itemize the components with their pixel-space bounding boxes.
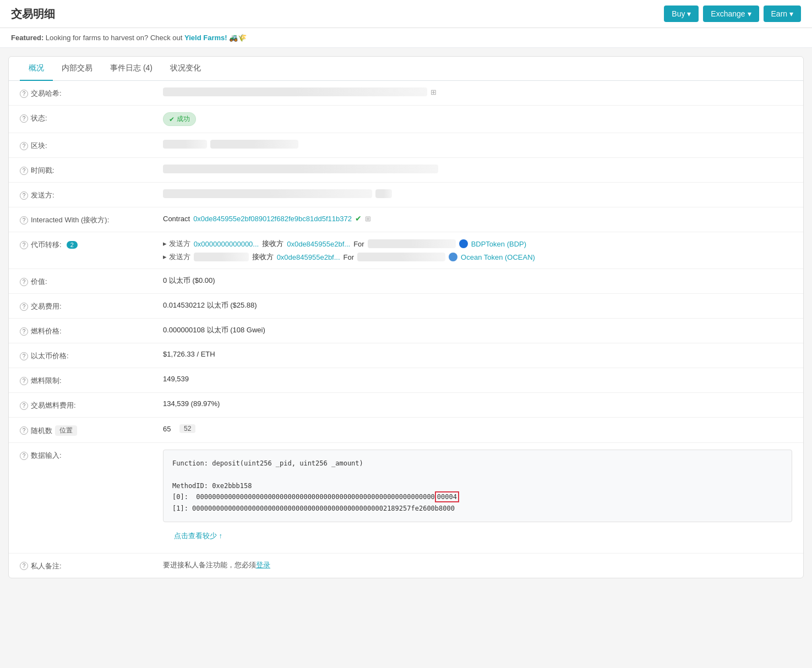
- input-data-row: ? 数据输入: Function: deposit(uint256 _pid, …: [9, 443, 803, 554]
- tx-hash-skeleton: [163, 87, 427, 96]
- exchange-button[interactable]: Exchange ▾: [703, 6, 759, 22]
- tab-event-log[interactable]: 事件日志 (4): [101, 57, 161, 81]
- transfer-row-2: ▸ 发送方 接收方 0x0de845955e2bf... For Ocean T…: [163, 252, 535, 262]
- help-icon[interactable]: ?: [20, 216, 28, 225]
- help-icon[interactable]: ?: [20, 191, 28, 200]
- bdp-token-link[interactable]: BDPToken (BDP): [471, 240, 526, 248]
- ocean-token-icon: [449, 253, 457, 261]
- eth-price-value: $1,726.33 / ETH: [163, 350, 792, 358]
- tx-fee-row: ? 交易费用: 0.014530212 以太币 ($25.88): [9, 294, 803, 319]
- tx-fee-value: 0.014530212 以太币 ($25.88): [163, 300, 792, 310]
- gas-limit-label: ? 燃料限制:: [20, 375, 163, 386]
- info-table: ? 交易哈希: ⊞ ? 状态: ✔ 成功 ?: [9, 81, 803, 578]
- sender-value: [163, 189, 792, 198]
- help-icon[interactable]: ?: [20, 303, 28, 311]
- copy-icon[interactable]: ⊞: [430, 88, 437, 96]
- private-note-row: ? 私人备注: 要进接私人备注功能，您必须登录: [9, 554, 803, 578]
- status-row: ? 状态: ✔ 成功: [9, 106, 803, 133]
- interacted-label: ? Interacted With (接收方):: [20, 214, 163, 225]
- help-icon[interactable]: ?: [20, 114, 28, 123]
- help-icon[interactable]: ?: [20, 278, 28, 286]
- block-skeleton-2: [210, 140, 298, 149]
- click-less-button[interactable]: 点击查看较少 ↑: [163, 525, 233, 546]
- tab-state-change[interactable]: 状况变化: [161, 57, 210, 81]
- help-icon[interactable]: ?: [20, 426, 28, 435]
- help-icon[interactable]: ?: [20, 241, 28, 249]
- token-transfer-label: ? 代币转移: 2: [20, 239, 163, 250]
- help-icon[interactable]: ?: [20, 327, 28, 336]
- gas-price-value: 0.000000108 以太币 (108 Gwei): [163, 325, 792, 335]
- yield-farms-link[interactable]: Yield Farms!: [184, 34, 227, 42]
- tx-fee-label: ? 交易费用:: [20, 300, 163, 311]
- featured-bar: Featured: Looking for farms to harvest o…: [0, 28, 812, 48]
- to-address-2[interactable]: 0x0de845955e2bf...: [277, 253, 340, 261]
- block-value: [163, 140, 792, 149]
- help-icon[interactable]: ?: [20, 377, 28, 385]
- login-link[interactable]: 登录: [256, 561, 270, 569]
- buy-button[interactable]: Buy ▾: [664, 6, 699, 22]
- value-row: ? 价值: 0 以太币 ($0.00): [9, 269, 803, 294]
- tab-overview[interactable]: 概况: [20, 57, 53, 81]
- check-icon: ✔: [169, 116, 175, 123]
- help-icon[interactable]: ?: [20, 452, 28, 460]
- help-icon[interactable]: ?: [20, 90, 28, 98]
- help-icon[interactable]: ?: [20, 562, 28, 570]
- private-note-text: 要进接私人备注功能，您必须登录: [163, 560, 270, 570]
- help-icon[interactable]: ?: [20, 402, 28, 410]
- tab-internal-tx[interactable]: 内部交易: [53, 57, 101, 81]
- help-icon[interactable]: ?: [20, 167, 28, 175]
- transfer-row-1: ▸ 发送方 0x0000000000000... 接收方 0x0de845955…: [163, 239, 535, 249]
- header-buttons: Buy ▾ Exchange ▾ Earn ▾: [664, 6, 801, 22]
- highlighted-value: 00004: [435, 491, 459, 502]
- value-label: ? 价值:: [20, 276, 163, 287]
- ocean-token-link[interactable]: Ocean Token (OCEAN): [461, 253, 535, 261]
- from-address-2-skeleton: [194, 253, 249, 261]
- from-address-1[interactable]: 0x0000000000000...: [194, 240, 259, 248]
- eth-price-label: ? 以太币价格:: [20, 350, 163, 361]
- eth-price-row: ? 以太币价格: $1,726.33 / ETH: [9, 343, 803, 368]
- token-transfer-block: ▸ 发送方 0x0000000000000... 接收方 0x0de845955…: [163, 239, 535, 262]
- page-title: 交易明细: [11, 7, 55, 21]
- to-address-1[interactable]: 0x0de845955e2bf...: [287, 240, 350, 248]
- arrow-2: ▸ 发送方: [163, 252, 190, 262]
- transfer-amount-2: [357, 253, 445, 261]
- timestamp-label: ? 时间戳:: [20, 165, 163, 176]
- earn-button[interactable]: Earn ▾: [764, 6, 801, 22]
- code-line-function: Function: deposit(uint256 _pid, uint256 …: [172, 458, 783, 469]
- nonce-label: ? 随机数 位置: [20, 424, 163, 436]
- code-line-1: [1]: 00000000000000000000000000000000000…: [172, 503, 783, 514]
- token-transfer-value: ▸ 发送方 0x0000000000000... 接收方 0x0de845955…: [163, 239, 792, 262]
- token-transfer-row: ? 代币转移: 2 ▸ 发送方 0x0000000000000... 接收方 0…: [9, 232, 803, 269]
- position-badge: 位置: [55, 425, 77, 436]
- page-header: 交易明细 Buy ▾ Exchange ▾ Earn ▾: [0, 0, 812, 28]
- contract-address-link[interactable]: 0x0de845955e2bf089012f682fe9bc81dd5f11b3…: [193, 215, 352, 223]
- gas-used-value: 134,539 (89.97%): [163, 399, 792, 408]
- sender-skeleton: [163, 189, 372, 198]
- sender-label: ? 发送方:: [20, 189, 163, 200]
- nonce-pos: 52: [179, 424, 195, 433]
- copy-contract-icon[interactable]: ⊞: [365, 215, 371, 223]
- tx-hash-value: ⊞: [163, 87, 792, 96]
- code-block: Function: deposit(uint256 _pid, uint256 …: [163, 450, 792, 522]
- private-note-value: 要进接私人备注功能，您必须登录: [163, 560, 792, 570]
- interacted-row: ? Interacted With (接收方): Contract 0x0de8…: [9, 207, 803, 232]
- status-label: ? 状态:: [20, 112, 163, 123]
- transfer-amount-1: [368, 239, 456, 248]
- status-value: ✔ 成功: [163, 112, 792, 126]
- arrow-1: ▸ 发送方: [163, 239, 190, 249]
- help-icon[interactable]: ?: [20, 352, 28, 360]
- sender-row: ? 发送方:: [9, 183, 803, 207]
- verified-icon: ✔: [355, 214, 362, 223]
- bdp-token-icon: [459, 239, 468, 248]
- block-label: ? 区块:: [20, 140, 163, 151]
- block-row: ? 区块:: [9, 133, 803, 158]
- tabs-bar: 概况 内部交易 事件日志 (4) 状况变化: [9, 57, 803, 81]
- timestamp-value: [163, 165, 792, 173]
- value-value: 0 以太币 ($0.00): [163, 276, 792, 286]
- help-icon[interactable]: ?: [20, 142, 28, 150]
- input-data-label: ? 数据输入:: [20, 450, 163, 461]
- block-skeleton-1: [163, 140, 207, 149]
- status-badge: ✔ 成功: [163, 112, 196, 126]
- gas-used-label: ? 交易燃料费用:: [20, 399, 163, 410]
- interacted-value: Contract 0x0de845955e2bf089012f682fe9bc8…: [163, 214, 792, 223]
